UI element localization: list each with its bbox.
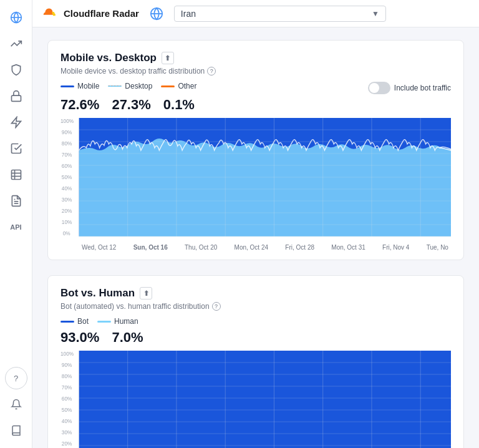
- sidebar-bottom: ?: [5, 367, 27, 442]
- svg-text:50%: 50%: [62, 407, 72, 413]
- mobile-desktop-x-axis: Wed, Oct 12 Sun, Oct 16 Thu, Oct 20 Mon,…: [60, 244, 451, 251]
- include-bot-toggle[interactable]: [368, 82, 390, 94]
- svg-text:60%: 60%: [62, 396, 72, 402]
- svg-rect-53: [79, 351, 451, 448]
- svg-marker-3: [11, 117, 21, 128]
- svg-rect-4: [11, 170, 21, 180]
- mobile-desktop-subtitle: Mobile device vs. desktop traffic distri…: [60, 67, 451, 75]
- svg-text:80%: 80%: [62, 373, 72, 379]
- sidebar-item-shield[interactable]: [5, 59, 27, 81]
- svg-text:100%: 100%: [60, 351, 74, 357]
- desktop-legend-color: [108, 85, 122, 87]
- bot-human-chart: 100% 90% 80% 70% 60% 50% 40% 30% 20% 10%…: [60, 351, 451, 448]
- bot-human-legend: Bot Human: [60, 317, 451, 326]
- svg-text:0%: 0%: [63, 230, 70, 236]
- svg-text:90%: 90%: [62, 129, 72, 135]
- sidebar-item-notifications[interactable]: [5, 393, 27, 416]
- bot-stat: 93.0%: [60, 329, 99, 346]
- mobile-desktop-chart: 100% 90% 80% 70% 60% 50% 40% 30% 20% 10%…: [60, 118, 451, 243]
- svg-text:20%: 20%: [62, 441, 72, 447]
- export-icon[interactable]: ⬆: [162, 52, 174, 64]
- mobile-desktop-stats: 72.6% 27.3% 0.1%: [60, 97, 451, 113]
- other-legend-color: [161, 85, 175, 87]
- svg-text:60%: 60%: [62, 163, 72, 169]
- svg-text:30%: 30%: [62, 197, 72, 203]
- human-legend-color: [97, 321, 111, 323]
- svg-text:20%: 20%: [62, 208, 72, 214]
- content-area: Mobile vs. Desktop ⬆ Mobile device vs. d…: [32, 27, 479, 448]
- mobile-desktop-legend-row: Mobile Desktop Other Include bot traffic: [60, 82, 451, 94]
- main-area: Cloudflare Radar Iran ▼ Mobile vs. Deskt…: [32, 0, 479, 448]
- bot-human-export-icon[interactable]: ⬆: [140, 287, 152, 299]
- chevron-down-icon: ▼: [372, 9, 379, 18]
- sidebar-item-help[interactable]: ?: [5, 367, 27, 389]
- svg-text:40%: 40%: [62, 185, 72, 192]
- sidebar: API ?: [0, 0, 32, 448]
- mobile-desktop-legend: Mobile Desktop Other: [60, 82, 196, 90]
- svg-text:80%: 80%: [62, 140, 72, 147]
- app-name: Cloudflare Radar: [64, 8, 139, 19]
- globe-nav-icon[interactable]: [147, 4, 167, 24]
- human-stat: 7.0%: [112, 329, 143, 346]
- svg-text:70%: 70%: [62, 384, 72, 391]
- bot-human-subtitle: Bot (automated) vs. human traffic distri…: [60, 302, 451, 311]
- svg-text:10%: 10%: [62, 219, 72, 225]
- svg-rect-2: [11, 95, 21, 101]
- svg-text:30%: 30%: [62, 429, 72, 436]
- svg-text:40%: 40%: [62, 418, 72, 424]
- sidebar-item-book[interactable]: [5, 419, 27, 442]
- bot-traffic-toggle-row: Include bot traffic: [368, 82, 451, 94]
- header: Cloudflare Radar Iran ▼: [32, 0, 479, 27]
- bot-human-title: Bot vs. Human ⬆: [60, 287, 451, 299]
- svg-text:70%: 70%: [62, 152, 72, 158]
- legend-human: Human: [97, 317, 138, 326]
- other-stat: 0.1%: [163, 97, 195, 113]
- bot-legend-color: [60, 321, 74, 323]
- location-selector[interactable]: Iran ▼: [174, 6, 386, 22]
- svg-text:50%: 50%: [62, 174, 72, 180]
- sidebar-item-api[interactable]: API: [5, 216, 27, 238]
- sidebar-item-checklist[interactable]: [5, 137, 27, 160]
- bot-human-help-icon[interactable]: ?: [212, 302, 221, 311]
- sidebar-item-trending[interactable]: [5, 32, 27, 55]
- mobile-desktop-section: Mobile vs. Desktop ⬆ Mobile device vs. d…: [47, 40, 464, 260]
- bot-human-svg: 100% 90% 80% 70% 60% 50% 40% 30% 20% 10%…: [60, 351, 451, 448]
- bot-human-section: Bot vs. Human ⬆ Bot (automated) vs. huma…: [47, 275, 464, 448]
- svg-text:90%: 90%: [62, 362, 72, 368]
- cloudflare-logo-icon: [42, 7, 60, 20]
- desktop-stat: 27.3%: [112, 97, 150, 113]
- sidebar-item-lock[interactable]: [5, 85, 27, 107]
- legend-bot: Bot: [60, 317, 89, 326]
- legend-other: Other: [161, 82, 196, 90]
- sidebar-item-table[interactable]: [5, 163, 27, 186]
- mobile-stat: 72.6%: [60, 97, 99, 113]
- svg-text:100%: 100%: [60, 118, 74, 124]
- sidebar-item-bolt[interactable]: [5, 111, 27, 134]
- sidebar-item-globe[interactable]: [5, 6, 27, 29]
- help-icon[interactable]: ?: [207, 67, 216, 75]
- logo: Cloudflare Radar: [42, 7, 139, 20]
- mobile-desktop-svg: 100% 90% 80% 70% 60% 50% 40% 30% 20% 10%…: [60, 118, 451, 243]
- mobile-legend-color: [60, 85, 74, 87]
- legend-desktop: Desktop: [108, 82, 152, 90]
- bot-human-stats: 93.0% 7.0%: [60, 329, 451, 346]
- sidebar-item-report[interactable]: [5, 190, 27, 212]
- legend-mobile: Mobile: [60, 82, 99, 90]
- mobile-desktop-title: Mobile vs. Desktop ⬆: [60, 52, 451, 64]
- location-value: Iran: [181, 9, 196, 19]
